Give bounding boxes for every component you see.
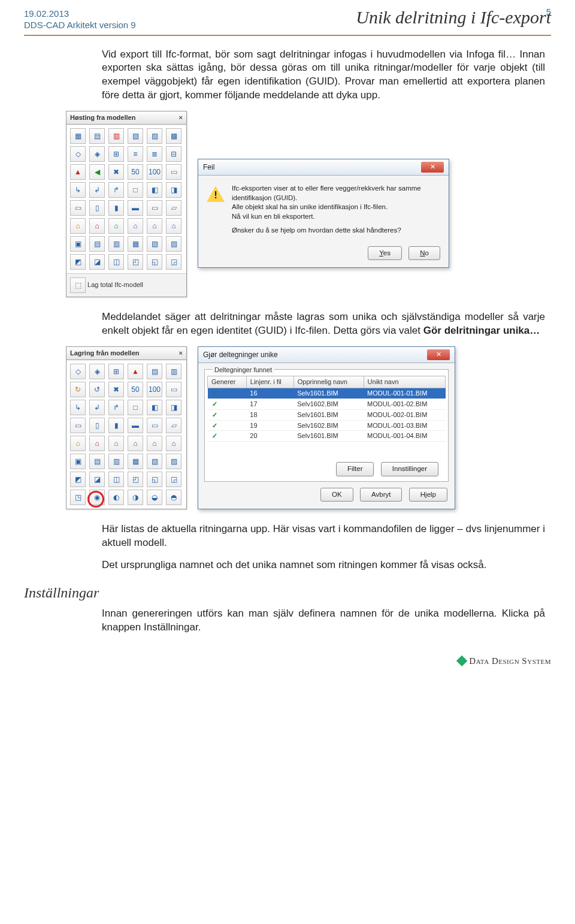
tool-icon[interactable]: ◱ [147, 254, 162, 270]
filter-button[interactable]: Filter [336, 462, 374, 476]
tool-icon[interactable]: ▬ [128, 200, 143, 216]
close-icon[interactable]: ✕ [421, 162, 444, 173]
tool-icon[interactable]: ↱ [108, 182, 124, 198]
tool-icon[interactable]: ⊞ [108, 146, 124, 162]
tool-icon[interactable]: ⊞ [108, 364, 124, 379]
tool-icon[interactable]: ▯ [89, 418, 105, 433]
tool-icon[interactable]: ▨ [166, 236, 181, 252]
tool-icon[interactable]: ▨ [166, 454, 181, 469]
tool-icon[interactable]: ▥ [166, 364, 181, 379]
close-icon[interactable]: ✕ [427, 349, 450, 360]
col-generer[interactable]: Generer [208, 376, 247, 388]
tool-icon[interactable]: ⌂ [128, 436, 143, 451]
table-row[interactable]: ✓19Selv1602.BIMMODUL-001-03.BIM [208, 420, 446, 431]
close-icon[interactable]: × [179, 113, 183, 122]
tool-icon[interactable]: ▭ [166, 164, 181, 180]
tool-icon[interactable]: ◰ [128, 254, 143, 270]
tool-icon[interactable]: ◲ [166, 472, 181, 487]
table-row[interactable]: ✓20Selv1601.BIMMODUL-001-04.BIM [208, 431, 446, 442]
settings-button[interactable]: Innstillinger [381, 462, 438, 476]
tool-icon[interactable]: ◈ [89, 146, 105, 162]
tool-icon[interactable]: ▭ [147, 418, 162, 433]
tool-icon[interactable]: ↻ [70, 382, 86, 397]
tool-icon[interactable]: ◫ [108, 254, 124, 270]
tool-icon[interactable]: ▧ [147, 236, 162, 252]
tool-icon[interactable]: 50 [128, 164, 143, 180]
tool-icon[interactable]: ▱ [166, 418, 181, 433]
tool-icon[interactable]: ▧ [128, 128, 143, 144]
tool-icon[interactable]: ◰ [128, 472, 143, 487]
tool-icon[interactable]: ▥ [108, 454, 124, 469]
tool-icon[interactable]: ▧ [147, 454, 162, 469]
tool-icon[interactable]: ▤ [147, 364, 162, 379]
tool-icon[interactable]: ⌂ [108, 218, 124, 234]
tool-icon[interactable]: ▦ [128, 454, 143, 469]
tool-icon[interactable]: ▦ [70, 128, 86, 144]
tool-icon[interactable]: ✖ [108, 164, 124, 180]
tool-icon[interactable]: ◨ [166, 400, 181, 415]
tool-icon[interactable]: ▮ [108, 418, 124, 433]
tool-icon[interactable]: ≣ [147, 146, 162, 162]
tool-icon[interactable]: □ [128, 400, 143, 415]
tool-icon[interactable]: ▥ [108, 128, 124, 144]
tool-icon[interactable]: ▦ [128, 236, 143, 252]
table-row[interactable]: ✓17Selv1602.BIMMODUL-001-02.BIM [208, 398, 446, 409]
tool-icon[interactable]: ↳ [70, 182, 86, 198]
tool-icon[interactable]: ⌂ [70, 436, 86, 451]
tool-icon[interactable]: ▤ [89, 128, 105, 144]
tool-icon[interactable]: 100 [147, 382, 162, 397]
tool-icon[interactable]: ⌂ [147, 218, 162, 234]
table-row[interactable]: ✓18Selv1601.BIMMODUL-002-01.BIM [208, 409, 446, 420]
tool-icon[interactable]: ▭ [70, 200, 86, 216]
tool-icon[interactable]: ⊟ [166, 146, 181, 162]
yes-button[interactable]: Yes [368, 246, 402, 261]
tool-icon[interactable]: 100 [147, 164, 162, 180]
tool-icon[interactable]: ◫ [108, 472, 124, 487]
tool-icon[interactable]: ◱ [147, 472, 162, 487]
col-original-name[interactable]: Opprinnelig navn [293, 376, 364, 388]
tool-icon[interactable]: ▯ [89, 200, 105, 216]
close-icon[interactable]: × [179, 349, 183, 358]
tool-icon[interactable]: ◧ [147, 182, 162, 198]
tool-icon[interactable]: ◲ [166, 254, 181, 270]
tool-icon[interactable]: ✖ [108, 382, 124, 397]
cancel-button[interactable]: Avbryt [360, 488, 402, 502]
tool-icon[interactable]: ⌂ [166, 436, 181, 451]
tool-icon[interactable]: ⌂ [70, 218, 86, 234]
tool-icon[interactable]: ◑ [128, 490, 143, 505]
tool-icon[interactable]: ▬ [128, 418, 143, 433]
tool-icon[interactable]: ⌂ [89, 436, 105, 451]
col-unique-name[interactable]: Unikt navn [364, 376, 445, 388]
tool-icon[interactable]: ⌂ [147, 436, 162, 451]
tool-icon[interactable]: ◐ [108, 490, 124, 505]
tool-icon[interactable]: ◳ [70, 490, 86, 505]
tool-icon[interactable]: ▨ [147, 128, 162, 144]
tool-icon[interactable]: ⌂ [166, 218, 181, 234]
tool-icon[interactable]: ◈ [89, 364, 105, 379]
tool-icon[interactable]: ▮ [108, 200, 124, 216]
ifc-export-icon[interactable]: ⬚ [70, 277, 86, 293]
table-row[interactable]: ✓16Selv1601.BIMMODUL-001-01.BIM [208, 388, 446, 399]
tool-icon[interactable]: ▲ [128, 364, 143, 379]
help-button[interactable]: Hjelp [409, 488, 447, 502]
tool-icon[interactable]: ⌂ [89, 218, 105, 234]
tool-icon[interactable]: ◇ [70, 364, 86, 379]
tool-icon[interactable]: ▭ [147, 200, 162, 216]
tool-icon[interactable]: ↲ [89, 400, 105, 415]
tool-icon[interactable]: ◧ [147, 400, 162, 415]
tool-icon[interactable]: ▤ [89, 236, 105, 252]
tool-icon[interactable]: ↳ [70, 400, 86, 415]
tool-icon[interactable]: ↱ [108, 400, 124, 415]
tool-icon[interactable]: ◨ [166, 182, 181, 198]
col-linjenr[interactable]: Linjenr. i fil [246, 376, 293, 388]
tool-icon[interactable]: ↺ [89, 382, 105, 397]
tool-icon[interactable]: 50 [128, 382, 143, 397]
tool-icon[interactable]: ▣ [70, 236, 86, 252]
tool-icon[interactable]: ◇ [70, 146, 86, 162]
ok-button[interactable]: OK [320, 488, 353, 502]
tool-icon[interactable]: ◀ [89, 164, 105, 180]
tool-icon[interactable]: ▲ [70, 164, 86, 180]
tool-icon[interactable]: ▥ [108, 236, 124, 252]
tool-icon[interactable]: ◪ [89, 254, 105, 270]
tool-icon[interactable]: ◪ [89, 472, 105, 487]
